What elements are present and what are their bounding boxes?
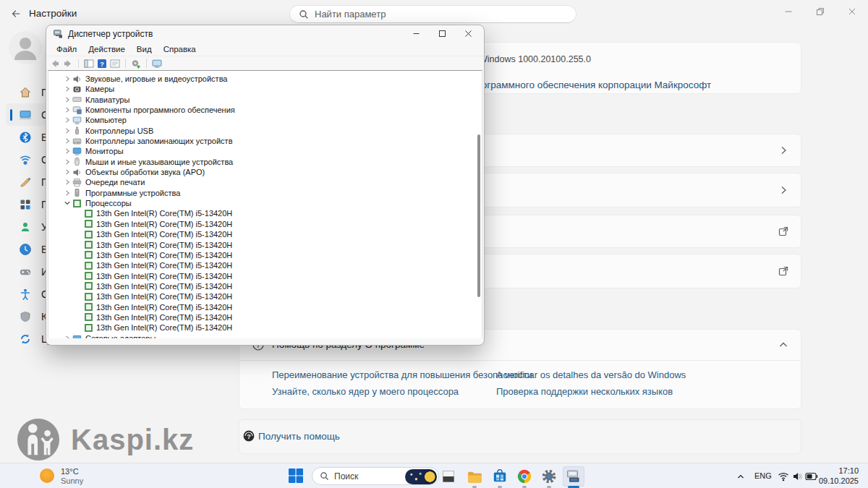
tree-item[interactable]: Программные устройства [48,188,482,198]
accessibility-icon [19,288,32,301]
menu-item[interactable]: Действие [82,45,131,53]
tree-item-label: Объекты обработки звука (APO) [85,168,205,176]
tree-item[interactable]: 13th Gen Intel(R) Core(TM) i5-13420H [48,229,482,239]
toolbar-separator [78,59,79,68]
start-button[interactable] [288,468,304,484]
tree-item[interactable]: Очереди печати [48,177,482,187]
chevron-collapsed-icon[interactable] [63,127,72,135]
minimize-button[interactable] [773,0,804,23]
tree-item[interactable]: 13th Gen Intel(R) Core(TM) i5-13420H [48,219,482,229]
tree-item[interactable]: 13th Gen Intel(R) Core(TM) i5-13420H [48,322,482,333]
chevron-collapsed-icon[interactable] [63,168,72,176]
running-indicator [498,486,502,488]
tree-item[interactable]: 13th Gen Intel(R) Core(TM) i5-13420H [48,291,482,301]
close-button[interactable] [836,0,868,23]
chevron-collapsed-icon[interactable] [63,106,72,114]
chevron-collapsed-icon[interactable] [63,178,72,187]
chevron-collapsed-icon[interactable] [63,334,72,338]
device-manager-taskbar-button[interactable] [563,466,584,487]
avatar[interactable] [9,31,42,64]
get-help-row[interactable]: ? Получить помощь [239,419,801,454]
settings-gear-taskbar-button[interactable] [538,466,560,487]
tree-item[interactable]: Компьютер [48,115,482,125]
chrome-taskbar-button[interactable] [514,466,535,487]
toolbar-separator [146,59,147,68]
tree-item[interactable]: Камеры [48,84,482,94]
tree-item[interactable]: Контроллеры запоминающих устройств [48,136,482,146]
scan-hardware-icon[interactable] [131,59,141,69]
chevron-expanded-icon[interactable] [63,199,72,207]
forward-arrow-icon[interactable] [63,59,73,69]
minimize-button[interactable] [403,25,429,42]
folder-taskbar-button[interactable] [464,466,485,487]
taskbar-search-input[interactable]: Поиск [312,467,439,485]
chevron-collapsed-icon[interactable] [63,116,72,124]
computer-monitor-icon[interactable] [152,59,162,69]
tree-item[interactable]: Процессоры [48,198,482,208]
maximize-button[interactable] [429,25,455,42]
tree-item[interactable]: 13th Gen Intel(R) Core(TM) i5-13420H [48,312,482,322]
tree-item[interactable]: Звуковые, игровые и видеоустройства [48,74,482,84]
weather-widget[interactable]: 13°C Sunny [40,467,83,486]
tree-item[interactable]: 13th Gen Intel(R) Core(TM) i5-13420H [48,240,482,250]
settings-search-input[interactable]: Найти параметр [289,5,576,23]
tree-item[interactable]: 13th Gen Intel(R) Core(TM) i5-13420H [48,302,482,312]
help-icon[interactable]: ? [97,59,107,69]
tree-item[interactable]: 13th Gen Intel(R) Core(TM) i5-13420H [48,260,482,270]
tree-item-label: Контроллеры USB [85,127,153,135]
tree-item[interactable]: Контроллеры USB [48,126,482,136]
console-tree-icon[interactable] [84,59,94,69]
tree-item[interactable]: 13th Gen Intel(R) Core(TM) i5-13420H [48,271,482,281]
menu-item[interactable]: Справка [158,45,202,53]
tree-item-label: 13th Gen Intel(R) Core(TM) i5-13420H [96,209,232,218]
privacy-icon [19,310,32,323]
help-link[interactable]: Узнайте, сколько ядер у моего процессора [272,386,459,397]
chrome-icon [516,468,532,484]
close-button[interactable] [455,25,481,42]
tree-item[interactable]: Мыши и иные указывающие устройства [48,157,482,167]
help-link[interactable]: Проверка поддержки нескольких языков [496,386,673,397]
properties-icon[interactable] [110,59,120,69]
help-link[interactable]: A verificar os detalhes da versão do Win… [496,369,686,380]
chevron-collapsed-icon[interactable] [63,137,72,145]
tree-item-label: 13th Gen Intel(R) Core(TM) i5-13420H [96,313,232,322]
tree-item-label: Процессоры [85,199,132,207]
chevron-collapsed-icon[interactable] [63,95,72,104]
search-highlight-image[interactable] [405,469,437,484]
chevron-collapsed-icon[interactable] [63,147,72,155]
tree-item-label: 13th Gen Intel(R) Core(TM) i5-13420H [96,303,232,312]
device-manager-titlebar[interactable]: Диспетчер устройств [46,25,484,42]
language-indicator[interactable]: ENG [754,471,772,480]
volume-icon[interactable] [792,471,804,481]
chevron-collapsed-icon[interactable] [63,158,72,166]
clock[interactable]: 17:10 09.10.2025 [814,466,859,486]
chevron-up-icon[interactable] [778,339,789,351]
chevron-collapsed-icon[interactable] [63,74,72,83]
tree-item[interactable]: 13th Gen Intel(R) Core(TM) i5-13420H [48,208,482,218]
store-taskbar-button[interactable] [489,466,511,487]
scrollbar-thumb[interactable] [477,134,480,297]
tree-item[interactable]: 13th Gen Intel(R) Core(TM) i5-13420H [48,250,482,260]
menu-item[interactable]: Вид [131,45,158,53]
two-tone-square-taskbar-button[interactable] [438,466,459,487]
tree-item[interactable]: Компоненты программного обеспечения [48,105,482,115]
toolbar-separator [125,59,126,68]
tree-item[interactable]: Сетевые адаптеры [48,333,482,338]
back-arrow-icon[interactable] [50,59,60,69]
back-button[interactable] [7,6,23,22]
tree-item[interactable]: 13th Gen Intel(R) Core(TM) i5-13420H [48,281,482,291]
tree-item[interactable]: Мониторы [48,146,482,156]
restore-button[interactable] [804,0,836,23]
processor-icon [84,240,93,249]
chevron-collapsed-icon[interactable] [63,85,72,93]
microsoft-license-link[interactable]: программного обеспечения корпорации Майк… [471,80,711,90]
help-link[interactable]: Переименование устройства для повышения … [272,369,532,380]
menu-item[interactable]: Файл [51,45,82,53]
settings-caption-buttons [773,0,868,23]
processor-icon [84,281,93,291]
tree-item[interactable]: Объекты обработки звука (APO) [48,167,482,177]
chevron-collapsed-icon[interactable] [63,189,72,197]
wifi-icon[interactable] [778,471,789,481]
tray-chevron-up-icon[interactable] [736,471,746,481]
tree-item[interactable]: Клавиатуры [48,95,482,105]
